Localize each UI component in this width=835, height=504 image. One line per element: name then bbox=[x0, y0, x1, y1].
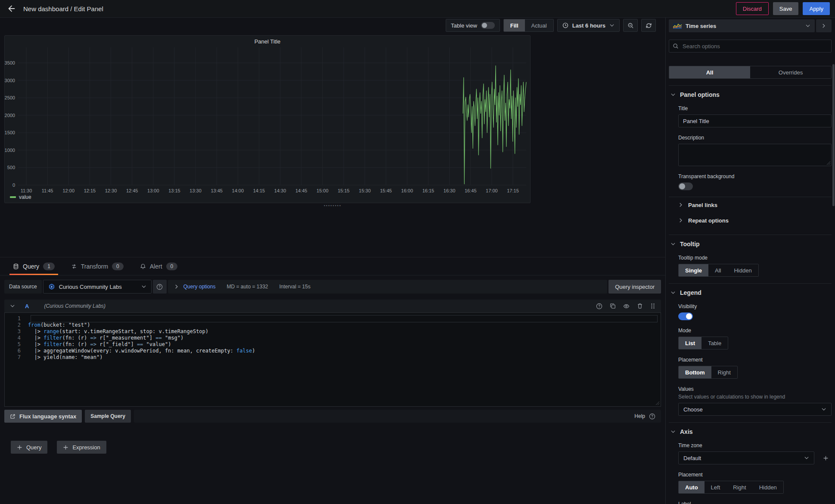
chevron-down-icon bbox=[670, 92, 676, 97]
collapse-chevron-icon[interactable] bbox=[10, 303, 15, 309]
actual-option[interactable]: Actual bbox=[525, 19, 553, 31]
chevron-down-icon bbox=[805, 23, 810, 28]
tooltip-hidden-option[interactable]: Hidden bbox=[727, 264, 758, 276]
alert-count-badge: 0 bbox=[166, 263, 178, 270]
code-line[interactable]: 6 |> aggregateWindow(every: v.windowPeri… bbox=[5, 348, 661, 354]
tooltip-all-option[interactable]: All bbox=[708, 264, 727, 276]
flux-syntax-button[interactable]: Flux language syntax bbox=[4, 410, 82, 423]
legend-visibility-toggle[interactable] bbox=[678, 312, 693, 320]
section-legend[interactable]: Legend bbox=[669, 289, 832, 296]
tab-query[interactable]: Query 1 bbox=[13, 263, 55, 275]
repeat-options-section[interactable]: Repeat options bbox=[669, 213, 832, 228]
query-ref-id[interactable]: A bbox=[25, 303, 29, 309]
textarea-resize-handle[interactable] bbox=[826, 161, 830, 165]
svg-text:16:15: 16:15 bbox=[422, 188, 435, 193]
add-timezone-button[interactable] bbox=[819, 451, 832, 464]
legend-values-description: Select values or calculations to show in… bbox=[678, 394, 832, 400]
panel-links-section[interactable]: Panel links bbox=[669, 197, 832, 213]
tab-overrides[interactable]: Overrides bbox=[750, 66, 831, 78]
svg-text:15:15: 15:15 bbox=[338, 188, 350, 193]
tab-all[interactable]: All bbox=[669, 66, 750, 78]
legend-item[interactable]: value bbox=[10, 194, 31, 200]
tab-alert-label: Alert bbox=[150, 263, 162, 270]
fill-option[interactable]: Fill bbox=[504, 19, 525, 31]
flux-code-editor[interactable]: 12from(bucket: "test")3 |> range(start: … bbox=[4, 312, 661, 407]
legend-values-select[interactable]: Choose bbox=[678, 403, 832, 416]
tab-transform[interactable]: Transform 0 bbox=[71, 263, 124, 275]
code-line[interactable]: 1 bbox=[5, 315, 661, 322]
legend-swatch bbox=[10, 196, 16, 198]
timezone-label: Time zone bbox=[678, 442, 832, 448]
axis-left-option[interactable]: Left bbox=[705, 481, 727, 493]
datasource-help-button[interactable] bbox=[153, 280, 167, 294]
editor-resize-handle[interactable] bbox=[655, 401, 659, 405]
svg-text:17:15: 17:15 bbox=[507, 188, 519, 193]
refresh-icon bbox=[646, 22, 652, 29]
legend-bottom-option[interactable]: Bottom bbox=[679, 366, 711, 378]
query-inspector-button[interactable]: Query inspector bbox=[608, 280, 661, 294]
datasource-picker[interactable]: Curious Community Labs bbox=[43, 280, 152, 294]
code-line[interactable]: 5 |> filter(fn: (r) => r["_field"] == "v… bbox=[5, 341, 661, 348]
code-line[interactable]: 4 |> filter(fn: (r) => r["_measurement"]… bbox=[5, 335, 661, 341]
svg-text:2000: 2000 bbox=[5, 113, 15, 118]
code-line[interactable]: 3 |> range(start: v.timeRangeStart, stop… bbox=[5, 328, 661, 335]
axis-auto-option[interactable]: Auto bbox=[679, 481, 705, 493]
toggle-visibility-icon[interactable] bbox=[623, 303, 630, 309]
datasource-label: Data source bbox=[4, 280, 42, 294]
interval-stat: Interval = 15s bbox=[279, 284, 310, 290]
apply-button[interactable]: Apply bbox=[803, 2, 830, 15]
collapse-options-pane-button[interactable] bbox=[816, 19, 832, 32]
drag-handle-icon[interactable] bbox=[650, 303, 655, 309]
section-tooltip[interactable]: Tooltip bbox=[669, 241, 832, 247]
description-textarea[interactable] bbox=[678, 144, 832, 166]
axis-right-option[interactable]: Right bbox=[726, 481, 752, 493]
chart: 11:3011:4512:0012:1512:3012:4513:0013:15… bbox=[5, 36, 531, 193]
chart-panel: Panel Title 11:3011:4512:0012:1512:3012:… bbox=[4, 35, 531, 203]
tab-alert[interactable]: Alert 0 bbox=[140, 263, 177, 275]
refresh-button[interactable] bbox=[641, 19, 656, 32]
svg-text:12:00: 12:00 bbox=[62, 188, 74, 193]
back-button[interactable] bbox=[5, 2, 18, 15]
section-panel-options[interactable]: Panel options bbox=[669, 91, 832, 98]
panel-title-input[interactable] bbox=[678, 114, 832, 127]
table-view-toggle[interactable] bbox=[481, 22, 495, 29]
duplicate-icon[interactable] bbox=[610, 303, 616, 309]
discard-button[interactable]: Discard bbox=[736, 2, 769, 15]
plus-icon bbox=[17, 445, 22, 450]
chevron-right-icon bbox=[678, 202, 683, 207]
tooltip-single-option[interactable]: Single bbox=[679, 264, 708, 276]
transparent-background-toggle[interactable] bbox=[678, 182, 693, 190]
sample-query-button[interactable]: Sample Query bbox=[85, 410, 131, 423]
question-circle-icon[interactable] bbox=[649, 413, 655, 420]
svg-text:2500: 2500 bbox=[5, 95, 15, 100]
legend-table-option[interactable]: Table bbox=[702, 337, 728, 349]
svg-text:15:45: 15:45 bbox=[380, 188, 392, 193]
query-options-link[interactable]: Query options bbox=[183, 284, 216, 290]
save-button[interactable]: Save bbox=[773, 2, 799, 15]
section-title: Axis bbox=[680, 428, 693, 435]
help-label[interactable]: Help bbox=[634, 413, 645, 419]
code-line[interactable]: 7 |> yield(name: "mean") bbox=[5, 354, 661, 361]
svg-text:15:00: 15:00 bbox=[317, 188, 329, 193]
legend-list-option[interactable]: List bbox=[679, 337, 702, 349]
chevron-down-icon bbox=[821, 407, 826, 412]
legend-right-option[interactable]: Right bbox=[711, 366, 737, 378]
timezone-select[interactable]: Default bbox=[678, 451, 814, 464]
visualization-picker[interactable]: Time series bbox=[669, 19, 815, 32]
code-line[interactable]: 2from(bucket: "test") bbox=[5, 322, 661, 328]
add-query-button[interactable]: Query bbox=[11, 441, 47, 454]
title-label: Title bbox=[678, 105, 832, 111]
delete-icon[interactable] bbox=[637, 303, 643, 309]
axis-hidden-option[interactable]: Hidden bbox=[753, 481, 783, 493]
pane-resize-handle[interactable]: •••••••• bbox=[0, 204, 665, 208]
legend-mode-group: List Table bbox=[678, 337, 728, 349]
search-options-input[interactable] bbox=[669, 40, 832, 53]
page-title: New dashboard / Edit Panel bbox=[23, 5, 103, 12]
svg-text:13:00: 13:00 bbox=[147, 188, 159, 193]
add-expression-button[interactable]: Expression bbox=[57, 441, 106, 454]
sidebar-scrollbar[interactable] bbox=[832, 64, 835, 206]
help-icon[interactable] bbox=[596, 303, 602, 309]
section-axis[interactable]: Axis bbox=[669, 428, 832, 435]
time-range-picker[interactable]: Last 6 hours bbox=[557, 19, 620, 32]
zoom-out-button[interactable] bbox=[623, 19, 638, 32]
